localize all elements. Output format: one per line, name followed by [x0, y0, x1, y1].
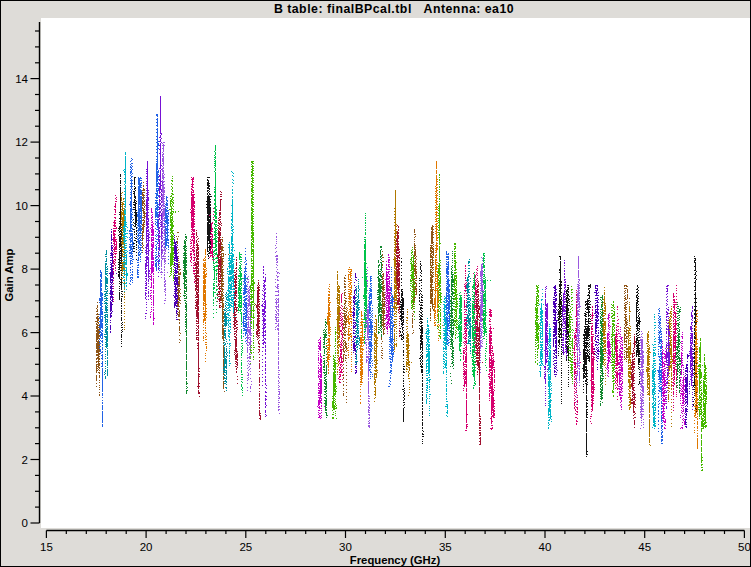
svg-text:2: 2	[22, 454, 28, 466]
svg-text:25: 25	[239, 541, 252, 553]
svg-text:4: 4	[22, 390, 29, 402]
svg-text:Gain Amp: Gain Amp	[3, 248, 15, 301]
svg-text:15: 15	[40, 541, 53, 553]
svg-text:45: 45	[638, 541, 651, 553]
svg-text:12: 12	[15, 136, 28, 148]
svg-text:20: 20	[140, 541, 153, 553]
svg-text:50: 50	[738, 541, 751, 553]
svg-text:Frequency (GHz): Frequency (GHz)	[350, 554, 441, 566]
svg-text:8: 8	[22, 263, 28, 275]
svg-text:40: 40	[539, 541, 552, 553]
svg-text:35: 35	[439, 541, 452, 553]
svg-text:6: 6	[22, 327, 28, 339]
svg-text:30: 30	[339, 541, 352, 553]
svg-text:14: 14	[15, 73, 28, 85]
svg-text:10: 10	[15, 200, 28, 212]
svg-text:B table: finalBPcal.tbl Ante: B table: finalBPcal.tbl Antenna: ea10	[274, 2, 514, 16]
svg-text:0: 0	[22, 517, 28, 529]
